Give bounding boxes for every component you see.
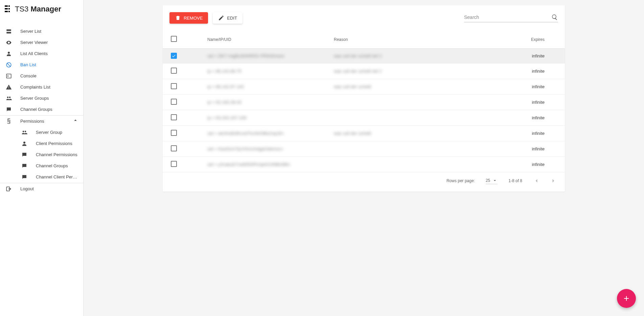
svg-point-8 [23, 130, 24, 132]
table-row[interactable]: uid = KaslGoV7jc/#XmchslgaOdemos=infinit… [163, 141, 565, 157]
ban-table: Name/IP/UID Reason Expires uid = DK7 mtg… [163, 30, 565, 172]
sidebar-item-console[interactable]: Console [0, 70, 83, 81]
select-all-checkbox[interactable] [171, 36, 177, 42]
row-checkbox[interactable] [171, 130, 177, 136]
table-row[interactable]: uid = alchhsB/dKvu07lcvN/OBk2mpJ0=was so… [163, 126, 565, 141]
logo-icon [5, 5, 12, 13]
sidebar-item-label: Server Viewer [20, 40, 78, 45]
add-ban-fab[interactable] [617, 289, 636, 308]
cell-expires: infinite [412, 95, 565, 110]
table-row[interactable]: ip = 93.202.207.108infinite [163, 110, 565, 126]
chat-icon [20, 162, 28, 170]
group-icon [5, 94, 13, 102]
row-checkbox-cell [163, 95, 203, 110]
pagination-nav [533, 177, 557, 184]
cell-expires: infinite [412, 49, 565, 64]
sidebar-item-ban-list[interactable]: Ban List [0, 59, 83, 70]
sidebar-item-channel-groups[interactable]: Channel Groups [0, 104, 83, 115]
sidebar-sub-item-channel-client-permissions[interactable]: Channel Client Permissio… [0, 171, 83, 183]
rows-per-page-select[interactable]: 25 [486, 177, 498, 184]
sidebar-item-logout[interactable]: Logout [0, 183, 83, 194]
row-checkbox-cell [163, 157, 203, 172]
cell-name: uid = KaslGoV7jc/#XmchslgaOdemos= [203, 141, 330, 157]
remove-button-label: Remove [184, 16, 203, 21]
sidebar-item-server-groups[interactable]: Server Groups [0, 93, 83, 104]
search-input[interactable] [464, 15, 551, 20]
select-all-header [163, 30, 203, 49]
cell-expires: infinite [412, 157, 565, 172]
sidebar-sub-item-channel-permissions[interactable]: Channel Permissions [0, 149, 83, 160]
sidebar-item-label: Client Permissions [36, 141, 78, 146]
sidebar-item-label: Channel Groups [36, 163, 78, 168]
row-checkbox-cell [163, 64, 203, 79]
column-header-reason[interactable]: Reason [330, 30, 412, 49]
sidebar-item-complaints-list[interactable]: Complaints List [0, 81, 83, 93]
table-row[interactable]: ip = 92.193.39.43infinite [163, 95, 565, 110]
edit-button[interactable]: Edit [213, 12, 243, 24]
trash-icon [175, 15, 181, 21]
chevron-right-icon[interactable] [550, 177, 557, 184]
search-field[interactable] [464, 14, 558, 22]
row-checkbox-cell [163, 79, 203, 95]
ban-list-card: Remove Edit Name/IP/UID [163, 5, 565, 192]
table-row[interactable]: ip = 86.142.68.75was soll der scheiß tei… [163, 64, 565, 79]
row-checkbox[interactable] [171, 53, 177, 59]
toolbar: Remove Edit [163, 5, 565, 30]
cell-name: ip = 86.142.68.75 [203, 64, 330, 79]
pencil-icon [218, 15, 224, 21]
app-title-bold: Manager [30, 5, 61, 13]
app-title: TS3 Manager [15, 5, 61, 14]
sidebar-item-server-list[interactable]: Server List [0, 26, 83, 37]
cell-name: ip = 86.142.97.143 [203, 79, 330, 95]
cell-expires: infinite [412, 110, 565, 126]
row-checkbox[interactable] [171, 83, 177, 89]
cell-expires: infinite [412, 126, 565, 141]
sidebar-item-permissions[interactable]: § Permissions [0, 116, 83, 127]
edit-button-label: Edit [227, 16, 237, 21]
row-checkbox[interactable] [171, 114, 177, 120]
plus-icon [622, 294, 630, 302]
remove-button[interactable]: Remove [169, 12, 208, 24]
sidebar-item-label: Channel Client Permissio… [36, 174, 78, 179]
table-row[interactable]: uid = yXvakuEYseMSNPh1lphOJNBb388=infini… [163, 157, 565, 172]
sidebar-sub-item-channel-groups[interactable]: Channel Groups [0, 160, 83, 171]
column-header-name[interactable]: Name/IP/UID [203, 30, 330, 49]
sidebar-item-list-all-clients[interactable]: List All Clients [0, 48, 83, 59]
terminal-icon [5, 72, 13, 80]
cell-name: ip = 92.193.39.43 [203, 95, 330, 110]
sidebar-item-server-viewer[interactable]: Server Viewer [0, 37, 83, 48]
sidebar-item-label: Complaints List [20, 84, 78, 90]
svg-rect-5 [6, 74, 11, 78]
svg-rect-0 [6, 29, 11, 31]
sidebar-item-label: Logout [20, 186, 78, 191]
app-title-light: TS3 [15, 5, 28, 13]
sidebar-item-label: Permissions [20, 119, 72, 124]
person-icon [5, 50, 13, 58]
table-row[interactable]: uid = DK7 mtgBuShhRKDr PR/kSlmwmwas soll… [163, 49, 565, 64]
dns-icon [5, 27, 13, 35]
svg-point-9 [25, 130, 26, 132]
table-row[interactable]: ip = 86.142.97.143was soll der scheißinf… [163, 79, 565, 95]
logout-icon [5, 185, 13, 193]
row-checkbox-cell [163, 126, 203, 141]
chat-icon [5, 105, 13, 114]
row-checkbox[interactable] [171, 68, 177, 74]
section-icon: § [5, 117, 13, 125]
row-checkbox-cell [163, 110, 203, 126]
svg-point-2 [8, 52, 10, 54]
row-checkbox[interactable] [171, 161, 177, 167]
row-checkbox-cell [163, 141, 203, 157]
nav-list: Server List Server Viewer List All Clien… [0, 20, 83, 194]
row-checkbox[interactable] [171, 99, 177, 105]
warning-icon [5, 83, 13, 91]
sidebar-sub-item-server-group[interactable]: Server Group [0, 127, 83, 138]
cell-name: ip = 93.202.207.108 [203, 110, 330, 126]
sidebar-sub-item-client-permissions[interactable]: Client Permissions [0, 138, 83, 149]
column-header-expires[interactable]: Expires [412, 30, 565, 49]
chevron-left-icon[interactable] [533, 177, 540, 184]
sidebar-item-label: Server Group [36, 130, 78, 135]
cell-reason: was soll der scheiß [330, 79, 412, 95]
ban-icon [5, 61, 13, 69]
row-checkbox[interactable] [171, 145, 177, 151]
svg-point-7 [9, 96, 11, 98]
